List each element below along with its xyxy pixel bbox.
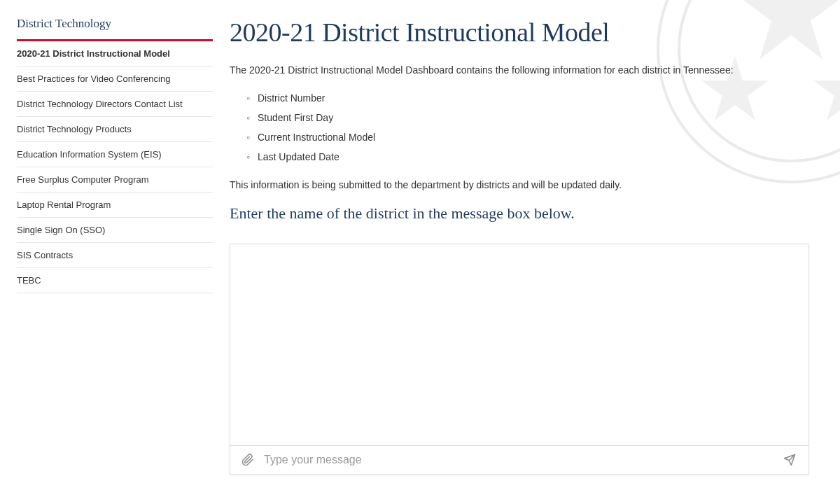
nav-item-tebc[interactable]: TEBC — [17, 268, 213, 293]
nav-item-laptop-rental[interactable]: Laptop Rental Program — [17, 192, 213, 218]
nav-item-eis[interactable]: Education Information System (EIS) — [17, 142, 213, 167]
bullet-item: Student First Day — [246, 108, 809, 127]
chat-widget — [230, 244, 809, 475]
nav-item-sso[interactable]: Single Sign On (SSO) — [17, 218, 213, 243]
page-title: 2020-21 District Instructional Model — [230, 17, 809, 48]
chat-input-bar — [230, 445, 808, 474]
nav-item-instructional-model[interactable]: 2020-21 District Instructional Model — [17, 41, 213, 66]
chat-message-area — [230, 244, 808, 445]
paperclip-icon[interactable] — [241, 453, 254, 467]
main-content: 2020-21 District Instructional Model The… — [230, 17, 823, 475]
sidebar-title: District Technology — [17, 17, 213, 41]
nav-item-sis-contracts[interactable]: SIS Contracts — [17, 243, 213, 268]
nav-list: 2020-21 District Instructional Model Bes… — [17, 41, 213, 293]
chat-input[interactable] — [264, 454, 772, 466]
sidebar: District Technology 2020-21 District Ins… — [17, 17, 213, 475]
nav-item-directors-contact[interactable]: District Technology Directors Contact Li… — [17, 92, 213, 117]
intro-text: The 2020-21 District Instructional Model… — [230, 64, 809, 76]
update-note: This information is being submitted to t… — [230, 179, 809, 190]
bullet-item: Current Instructional Model — [246, 127, 809, 147]
nav-item-technology-products[interactable]: District Technology Products — [17, 117, 213, 142]
bullet-item: Last Updated Date — [246, 147, 809, 167]
send-icon[interactable] — [782, 454, 797, 466]
prompt-heading: Enter the name of the district in the me… — [230, 204, 809, 223]
bullet-list: District Number Student First Day Curren… — [246, 88, 809, 167]
nav-item-surplus-computer[interactable]: Free Surplus Computer Program — [17, 167, 213, 192]
nav-item-video-conferencing[interactable]: Best Practices for Video Conferencing — [17, 66, 213, 92]
bullet-item: District Number — [246, 88, 809, 108]
